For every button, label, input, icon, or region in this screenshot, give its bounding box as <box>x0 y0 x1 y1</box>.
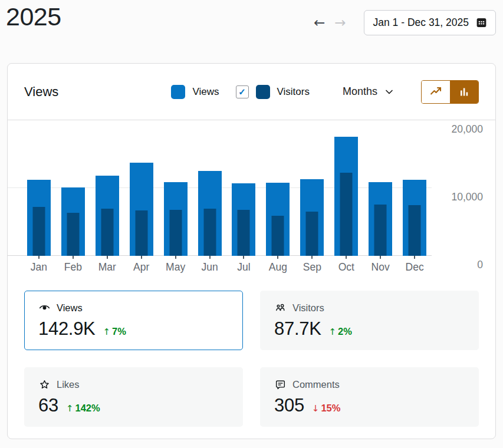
visitors-bar[interactable] <box>32 207 45 256</box>
month-label-text: Oct <box>338 261 354 274</box>
stat-label: Visitors <box>292 302 324 314</box>
trend-percent: 7% <box>112 326 126 337</box>
month-label-jul: Jul <box>227 256 261 278</box>
visitors-bar[interactable] <box>374 205 387 256</box>
summary-cards: Views 142.9K ↑ 7% <box>8 278 495 427</box>
trend-arrow-icon: ↑ <box>329 327 337 337</box>
trend-arrow-icon: ↑ <box>103 327 110 337</box>
bar-group-sep[interactable] <box>295 120 329 256</box>
y-axis-labels: 20,000 10,000 0 <box>436 120 483 278</box>
month-label-text: Feb <box>64 261 82 274</box>
checkmark-icon: ✓ <box>238 87 246 97</box>
visitors-bar[interactable] <box>101 209 113 256</box>
visitors-bar[interactable] <box>340 173 353 256</box>
month-label-text: Mar <box>98 261 116 274</box>
month-label-may: May <box>159 256 193 278</box>
trend-line-icon <box>429 85 443 99</box>
views-stat-card[interactable]: Views 142.9K ↑ 7% <box>24 291 243 350</box>
bar-group-jun[interactable] <box>193 120 227 256</box>
comments-stat-card[interactable]: Comments 305 ↓ 15% <box>260 367 479 427</box>
month-labels-row: JanFebMarAprMayJunJulAugSepOctNovDec <box>22 256 432 278</box>
visitors-bar[interactable] <box>67 213 79 256</box>
stat-value: 63 <box>38 395 58 416</box>
visitors-checkbox[interactable]: ✓ <box>236 85 249 98</box>
trend-badge: ↓ 15% <box>312 403 341 414</box>
trend-percent: 142% <box>75 403 100 414</box>
month-label-jun: Jun <box>193 256 227 278</box>
axis-tick <box>73 256 74 259</box>
interval-dropdown-label: Months <box>343 85 377 98</box>
chart-type-toggle <box>421 80 479 104</box>
bar-group-jul[interactable] <box>227 120 261 256</box>
visitors-bar[interactable] <box>203 209 216 256</box>
visitors-bar[interactable] <box>272 216 284 256</box>
bar-group-apr[interactable] <box>124 120 159 256</box>
visitors-legend-label: Visitors <box>277 86 310 98</box>
bar-group-feb[interactable] <box>56 120 90 256</box>
stat-value-row: 142.9K ↑ 7% <box>38 318 229 340</box>
y-tick-label: 20,000 <box>451 123 483 136</box>
axis-tick <box>243 256 244 259</box>
month-label-feb: Feb <box>56 256 90 278</box>
visitors-bar[interactable] <box>135 210 147 256</box>
bar-group-nov[interactable] <box>363 120 397 256</box>
bar-chart: JanFebMarAprMayJunJulAugSepOctNovDec 20,… <box>8 120 495 278</box>
axis-tick <box>209 256 211 259</box>
visitors-bar[interactable] <box>306 212 318 256</box>
axis-tick <box>107 256 108 259</box>
chevron-down-icon <box>384 87 394 97</box>
month-label-sep: Sep <box>295 256 329 278</box>
next-period-arrow-icon[interactable]: → <box>330 14 350 32</box>
trend-arrow-icon: ↑ <box>66 403 74 414</box>
stat-label: Views <box>57 302 83 314</box>
month-label-nov: Nov <box>363 256 397 278</box>
month-label-dec: Dec <box>397 256 432 278</box>
trend-badge: ↑ 7% <box>103 326 126 337</box>
visitors-bar[interactable] <box>169 210 182 256</box>
stat-value: 305 <box>274 395 304 416</box>
bar-group-aug[interactable] <box>261 120 295 256</box>
page-title: 2025 <box>6 2 61 31</box>
y-tick-label: 10,000 <box>451 191 483 203</box>
month-label-jan: Jan <box>22 256 56 278</box>
visitors-bar[interactable] <box>238 210 250 256</box>
date-range-label: Jan 1 - Dec 31, 2025 <box>373 17 469 29</box>
month-label-text: May <box>166 261 185 274</box>
axis-tick <box>414 256 415 259</box>
star-icon <box>38 378 51 391</box>
month-label-aug: Aug <box>261 256 295 278</box>
calendar-icon <box>475 17 488 29</box>
bar-group-jan[interactable] <box>22 120 56 256</box>
stat-label-row: Comments <box>274 378 465 391</box>
date-range-button[interactable]: Jan 1 - Dec 31, 2025 <box>364 10 496 35</box>
y-tick-label: 0 <box>477 259 483 271</box>
visitors-stat-card[interactable]: Visitors 87.7K ↑ 2% <box>260 291 479 350</box>
stat-value-row: 305 ↓ 15% <box>274 395 465 416</box>
eye-icon <box>38 302 51 314</box>
axis-tick <box>38 256 40 259</box>
axis-tick <box>346 256 347 259</box>
axis-tick <box>141 256 142 259</box>
stat-label-row: Views <box>38 302 229 314</box>
trend-percent: 15% <box>321 403 340 414</box>
likes-stat-card[interactable]: Likes 63 ↑ 142% <box>24 367 243 427</box>
stat-value: 87.7K <box>274 318 321 340</box>
line-chart-toggle-button[interactable] <box>422 81 450 103</box>
bar-chart-toggle-button[interactable] <box>450 81 478 103</box>
comment-icon <box>274 378 287 391</box>
bar-group-oct[interactable] <box>329 120 363 256</box>
previous-period-arrow-icon[interactable]: ← <box>309 14 330 32</box>
bar-chart-icon <box>457 85 471 99</box>
panel-title: Views <box>24 84 171 100</box>
month-label-text: Aug <box>269 261 287 274</box>
stat-label: Likes <box>57 379 80 390</box>
visitors-bar[interactable] <box>409 205 421 256</box>
stat-label-row: Likes <box>38 378 229 391</box>
bar-group-may[interactable] <box>159 120 193 256</box>
interval-dropdown[interactable]: Months <box>343 85 394 98</box>
trend-badge: ↑ 142% <box>66 403 100 414</box>
stat-label: Comments <box>292 379 340 390</box>
bar-group-mar[interactable] <box>90 120 124 256</box>
month-label-text: Nov <box>372 261 390 274</box>
bar-group-dec[interactable] <box>397 120 432 256</box>
